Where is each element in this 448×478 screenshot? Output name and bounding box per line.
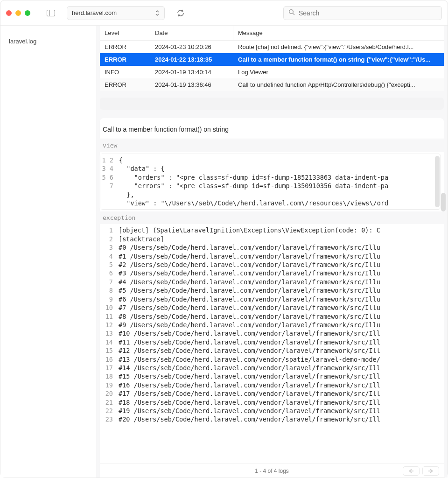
- window-controls: [6, 10, 30, 16]
- sidebar: laravel.log: [0, 26, 96, 478]
- titlebar: herd.laravel.com: [0, 0, 448, 26]
- detail-title: Call to a member function format() on st…: [100, 118, 444, 139]
- main-scrollbar[interactable]: [441, 53, 447, 461]
- table-row[interactable]: ERROR2024-01-22 13:18:35Call to a member…: [100, 53, 444, 66]
- cell-date: 2024-01-23 10:20:26: [155, 43, 238, 50]
- footer-bar: 1 - 4 of 4 logs: [100, 464, 444, 478]
- search-icon: [288, 9, 295, 17]
- sidebar-toggle-icon[interactable]: [44, 7, 57, 20]
- cell-date: 2024-01-19 13:36:46: [155, 81, 238, 88]
- cell-level: INFO: [105, 69, 155, 76]
- cell-message: Route [cha] not defined. {"view":{"view"…: [238, 43, 439, 50]
- log-table: Level Date Message ERROR2024-01-23 10:20…: [100, 26, 444, 91]
- col-header-date[interactable]: Date: [150, 26, 233, 40]
- table-header: Level Date Message: [100, 26, 444, 41]
- svg-point-2: [289, 10, 294, 14]
- col-header-message[interactable]: Message: [233, 26, 444, 40]
- sidebar-item-logfile[interactable]: laravel.log: [0, 36, 96, 47]
- maximize-window-button[interactable]: [25, 10, 30, 16]
- search-input[interactable]: [299, 9, 437, 17]
- close-window-button[interactable]: [6, 10, 12, 16]
- section-label-exception: exception: [100, 211, 444, 224]
- site-select[interactable]: herd.laravel.com: [67, 6, 165, 20]
- col-header-level[interactable]: Level: [100, 26, 150, 40]
- table-row[interactable]: ERROR2024-01-19 13:36:46Call to undefine…: [100, 78, 444, 91]
- minimize-window-button[interactable]: [15, 10, 21, 16]
- main-pane: Level Date Message ERROR2024-01-23 10:20…: [96, 26, 448, 478]
- view-code-block[interactable]: 1 2 3 4 5 6 7 { "data" : { "orders" : "<…: [100, 154, 441, 210]
- prev-page-button[interactable]: [403, 466, 420, 476]
- scrollbar-thumb[interactable]: [441, 193, 446, 211]
- scrollbar-thumb[interactable]: [435, 156, 440, 207]
- spacer-block: [100, 98, 444, 110]
- section-label-view: view: [100, 139, 444, 152]
- exception-code-block[interactable]: 1 2 3 4 5 6 7 8 9 10 11 12 13 14 15 16 1…: [100, 224, 444, 464]
- table-row[interactable]: ERROR2024-01-23 10:20:26Route [cha] not …: [100, 41, 444, 53]
- app-window: herd.laravel.com laravel.log Level Date: [0, 0, 448, 478]
- site-select-label: herd.laravel.com: [72, 9, 117, 16]
- chevron-up-down-icon: [155, 10, 160, 16]
- svg-rect-0: [47, 10, 55, 16]
- table-row[interactable]: INFO2024-01-19 13:40:14Log Viewer: [100, 66, 444, 78]
- status-text: 1 - 4 of 4 logs: [255, 468, 289, 474]
- cell-date: 2024-01-22 13:18:35: [155, 56, 238, 63]
- cell-level: ERROR: [105, 56, 155, 63]
- refresh-icon[interactable]: [174, 7, 187, 20]
- svg-line-3: [293, 14, 295, 15]
- next-page-button[interactable]: [422, 466, 439, 476]
- cell-message: Call to undefined function App\Http\Cont…: [238, 81, 439, 88]
- log-detail-pane: Call to a member function format() on st…: [100, 118, 444, 478]
- search-field[interactable]: [283, 6, 442, 20]
- cell-level: ERROR: [105, 43, 155, 50]
- pager: [403, 466, 439, 476]
- cell-message: Call to a member function format() on st…: [238, 56, 439, 63]
- cell-date: 2024-01-19 13:40:14: [155, 69, 238, 76]
- cell-level: ERROR: [105, 81, 155, 88]
- cell-message: Log Viewer: [238, 69, 439, 76]
